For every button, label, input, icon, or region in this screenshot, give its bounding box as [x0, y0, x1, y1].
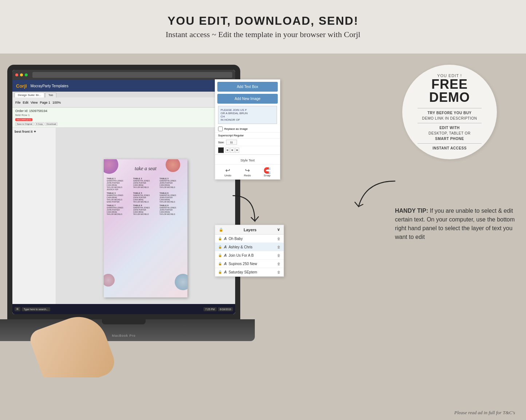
corjl-tab-1[interactable]: Design Suite: Br... — [15, 92, 44, 97]
table-9-guest-4: TAYLOR MICHELS — [159, 213, 185, 215]
taskbar: ⊞ Type here to search... 7:25 PM 6/18/20… — [12, 304, 235, 314]
toolbar-view[interactable]: View — [31, 101, 37, 104]
panel-superscript-row: Superscript Regular — [215, 133, 280, 139]
layer-lock-icon-1: 🔒 — [218, 237, 222, 240]
table-5: TABLE 5 SAMANTHA JONES JOHN PORTER CARA … — [133, 192, 158, 203]
layer-item-ashley[interactable]: 🔒 A Ashley & Chris 🗑 — [215, 243, 284, 251]
action-original[interactable]: Save to Original — [15, 122, 34, 126]
panel-preview: PLEASE JOIN US F OR A BRIDAL BRUN CH IN … — [218, 106, 277, 124]
corjl-brand: MocrayParty Templates — [31, 84, 68, 88]
replace-image-label: Replace as Image — [224, 127, 248, 131]
layer-delete-4[interactable]: 🗑 — [277, 262, 281, 266]
demo-smart-phone: SMART PHONE — [435, 136, 464, 141]
layers-panel: 🔒 Layers ∨ 🔒 A Oh Baby 🗑 🔒 A Ashley & Ch… — [215, 225, 284, 277]
taskbar-time: 7:25 PM — [203, 307, 217, 311]
style-text-row: Style Text — [215, 155, 280, 164]
layers-title: Layers — [244, 228, 256, 232]
browser-min-dot[interactable] — [20, 73, 23, 76]
superscript-label: Superscript Regular — [218, 134, 244, 137]
preview-text: PLEASE JOIN US F OR A BRIDAL BRUN CH IN … — [221, 108, 274, 121]
table-4: TABLE 4 SAMANTHA JONES CARA BRAE TAYLOR … — [107, 192, 132, 203]
snap-label: Snap — [264, 174, 270, 177]
browser-address-bar[interactable] — [32, 72, 232, 78]
corjl-content: best front it ✦ — [12, 128, 235, 314]
demo-divider-2 — [418, 123, 482, 123]
table-3-guest-4: TAYLOR MICHELS — [159, 186, 185, 188]
corjl-interface: Corjl MocrayParty Templates Design Suite… — [12, 80, 235, 314]
align-left-button[interactable]: ≡ — [225, 148, 229, 153]
order-id: Order Id: 1509758194 — [15, 109, 232, 113]
align-center-button[interactable]: ≡ — [230, 148, 234, 153]
redo-tool[interactable]: ↪ Redo — [244, 167, 251, 177]
corjl-tabs: Design Suite: Br... Tab — [12, 92, 235, 97]
demo-demo-label: DEMO — [429, 91, 470, 104]
hand-shape — [27, 309, 118, 377]
demo-circle: YOU EDIT ! FREE DEMO TRY BEFORE YOU BUY … — [402, 65, 497, 159]
corjl-floating-panel: Add Text Box Add New Image PLEASE JOIN U… — [215, 79, 280, 180]
corjl-tab-2[interactable]: Tab — [45, 92, 56, 97]
redo-icon: ↪ — [245, 167, 250, 174]
taskbar-search[interactable]: Type here to search... — [22, 307, 50, 311]
add-new-image-button[interactable]: Add New Image — [217, 94, 278, 104]
text-align-buttons: ≡ ≡ ≡ — [225, 148, 239, 153]
corjl-sidebar: best front it ✦ — [12, 128, 56, 314]
undo-tool[interactable]: ↩ Undo — [224, 167, 231, 177]
laptop-screen: Corjl MocrayParty Templates Design Suite… — [12, 70, 235, 314]
layer-type-5: A — [224, 270, 227, 274]
action-copy[interactable]: 4 Copy — [35, 122, 44, 126]
corjl-logo: Corjl — [16, 83, 27, 89]
demo-free-label: FREE — [431, 78, 468, 91]
toolbar-file[interactable]: File — [15, 101, 21, 104]
action-download[interactable]: Download — [45, 122, 58, 126]
table-6-guest-4: TAYLOR MICHELS — [159, 201, 185, 203]
layer-item-oh-baby[interactable]: 🔒 A Oh Baby 🗑 — [215, 235, 284, 243]
panel-size-row: Size: — [215, 139, 280, 146]
layer-type-4: A — [224, 261, 227, 266]
demo-divider-1 — [418, 108, 482, 108]
browser-max-dot[interactable] — [25, 73, 28, 76]
layer-item-supinos[interactable]: 🔒 A Supinos 250 New 🗑 — [215, 260, 284, 268]
corjl-header: Corjl MocrayParty Templates — [12, 80, 235, 92]
table-7: TABLE 7 SAMANTHA JONES JOHN PORTER CARA … — [107, 204, 132, 215]
layer-item-join-us[interactable]: 🔒 A Join Us For A B 🗑 — [215, 251, 284, 260]
corjl-canvas-area[interactable]: take a seat TABLE 1 SAMANTHA JONES JOHN … — [56, 128, 235, 314]
taskbar-start[interactable]: ⊞ — [15, 307, 20, 311]
size-input[interactable] — [226, 140, 237, 145]
layer-delete-2[interactable]: 🗑 — [277, 245, 281, 249]
style-text-label: Style Text — [241, 159, 255, 162]
color-swatch-black[interactable] — [218, 147, 224, 153]
layer-lock-icon-2: 🔒 — [218, 245, 222, 249]
redo-label: Redo — [244, 174, 251, 177]
layer-name-oh-baby: Oh Baby — [229, 237, 275, 241]
layer-delete-1[interactable]: 🗑 — [277, 237, 281, 241]
add-text-box-button[interactable]: Add Text Box — [217, 82, 278, 92]
browser-close-dot[interactable] — [15, 73, 18, 76]
toolbar-edit[interactable]: Edit — [23, 101, 29, 104]
table-2: TABLE 2 SAMANTHA JONES JOHN PORTER CARA … — [133, 177, 158, 191]
toolbar-page-label: Page 1 — [40, 101, 50, 104]
layer-item-saturday[interactable]: 🔒 A Saturday SEptem 🗑 — [215, 268, 284, 276]
taskbar-date: 6/18/2019 — [218, 307, 233, 311]
demo-instant-access: INSTANT ACCESS — [432, 145, 467, 151]
panel-tools: ↩ Undo ↪ Redo 🧲 Snap — [215, 164, 280, 179]
replace-image-checkbox[interactable] — [218, 127, 223, 131]
layer-delete-5[interactable]: 🗑 — [277, 270, 281, 274]
handy-tip-arrow — [348, 177, 402, 214]
toolbar-zoom[interactable]: 100% — [52, 101, 61, 104]
demo-try-before: TRY BEFORE YOU BUY — [427, 110, 471, 116]
layer-delete-3[interactable]: 🗑 — [277, 253, 281, 257]
layers-chevron-icon: ∨ — [277, 227, 280, 232]
table-3: TABLE 3 SAMANTHA JONES JOHN PORTER CARA … — [159, 177, 185, 191]
main-area: Corjl MocrayParty Templates Design Suite… — [0, 54, 526, 420]
table-5-guest-4: TAYLOR MICHELS — [133, 201, 158, 203]
snap-tool[interactable]: 🧲 Snap — [264, 167, 271, 177]
seating-chart-tables: TABLE 1 SAMANTHA JONES JOHN PORTER CARA … — [107, 177, 185, 215]
table-1: TABLE 1 SAMANTHA JONES JOHN PORTER CARA … — [107, 177, 132, 191]
size-label: Size: — [218, 141, 225, 144]
field-row: field Row 1 — [15, 113, 232, 117]
align-right-button[interactable]: ≡ — [235, 148, 239, 153]
panel-replace-row: Replace as Image — [215, 125, 280, 133]
table-9: TABLE 9 SAMANTHA JONES JOHN PORTER CARA … — [159, 204, 185, 215]
laptop-screen-body: Corjl MocrayParty Templates Design Suite… — [7, 65, 240, 319]
layer-name-join-us: Join Us For A B — [229, 253, 275, 257]
